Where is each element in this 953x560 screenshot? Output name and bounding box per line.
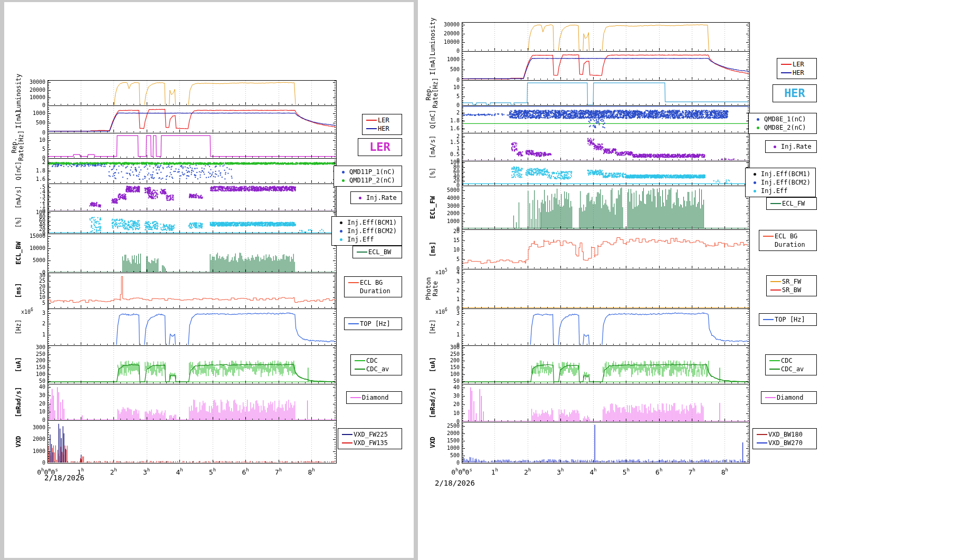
legend-label: QMD8E_2(nC) xyxy=(764,123,806,132)
legend-entry: ECL BG xyxy=(762,232,814,240)
legend-label: Inj.Eff xyxy=(761,187,788,195)
legend-line-marker-icon xyxy=(354,369,366,370)
legend-label: VXD_FW135 xyxy=(354,439,388,447)
legend-entry: ECL_FW xyxy=(769,199,814,208)
legend-line-marker-icon xyxy=(769,203,782,204)
legend-line-marker-icon xyxy=(354,360,366,361)
legend-label: Inj.Eff(BCM2) xyxy=(347,227,397,235)
legend-label: VXD_BW270 xyxy=(768,439,803,447)
legend-vxd-ler: VXD_FW225VXD_FW135 xyxy=(338,428,402,449)
date-label-ler: 2/18/2026 xyxy=(44,474,84,482)
legend-entry: QMD8E_2(nC) xyxy=(751,123,814,132)
legend-entry: LER xyxy=(365,116,399,124)
legend-label: VXD_FW225 xyxy=(354,430,388,439)
legend-entry: Diamond xyxy=(349,393,399,402)
legend-diamond-ler: Diamond xyxy=(346,391,402,404)
legend-ring-label-ler: LER xyxy=(358,138,402,156)
legend-line-marker-icon xyxy=(756,442,768,443)
legend-entry: QMD11P_2(nC) xyxy=(337,176,399,185)
legend-line-marker-icon xyxy=(769,281,782,282)
legend-dot-marker-icon xyxy=(748,173,761,176)
legend-inj-rate-ler: Inj.Rate xyxy=(350,191,402,204)
her-panel-chart-canvas xyxy=(415,0,953,560)
legend-label: ECL BG xyxy=(360,278,383,287)
legend-label: Inj.Eff(BCM1) xyxy=(761,170,811,178)
legend-label: HER xyxy=(378,124,389,133)
legend-dot-marker-icon xyxy=(768,146,781,148)
legend-entry: ECL_BW xyxy=(356,248,399,256)
legend-label: Inj.Rate xyxy=(366,194,397,202)
legend-entry: VXD_FW135 xyxy=(341,439,399,447)
legend-charge-monitors-ler: QMD11P_1(nC)QMD11P_2(nC) xyxy=(333,166,402,187)
legend-line-marker-icon xyxy=(769,289,782,291)
legend-label: ECL BG xyxy=(775,232,797,240)
legend-dot-marker-icon xyxy=(751,127,764,129)
legend-label: QMD8E_1(nC) xyxy=(764,115,806,123)
legend-dot-marker-icon xyxy=(748,181,761,184)
legend-line-marker-icon xyxy=(365,120,378,121)
legend-label: Inj.Eff(BCM1) xyxy=(347,218,397,227)
legend-dot-marker-icon xyxy=(751,118,764,121)
legend-dot-marker-icon xyxy=(335,221,347,224)
legend-line-marker-icon xyxy=(349,397,362,398)
legend-dot-marker-icon xyxy=(335,238,347,241)
legend-entry: VXD_BW270 xyxy=(756,439,814,447)
legend-entry: Inj.Eff(BCM1) xyxy=(335,218,399,227)
legend-beam-currents-ler: LERHER xyxy=(362,114,402,135)
legend-label: CDC xyxy=(366,356,378,365)
legend-ring-label-her: HER xyxy=(773,84,817,102)
legend-line-marker-icon xyxy=(347,323,360,324)
legend-label: Inj.Eff(BCM2) xyxy=(761,178,811,187)
legend-entry: Inj.Eff xyxy=(335,235,399,244)
legend-label: ECL_FW xyxy=(782,199,805,208)
legend-dot-marker-icon xyxy=(748,190,761,192)
legend-entry: LER xyxy=(780,60,814,69)
legend-beam-currents-her: LERHER xyxy=(777,58,817,79)
legend-entry: TOP [Hz] xyxy=(762,315,814,324)
legend-label: QMD11P_2(nC) xyxy=(349,176,395,185)
legend-label: LER xyxy=(793,60,804,69)
date-label-her: 2/18/2026 xyxy=(435,479,475,487)
legend-entry: ECL BG xyxy=(347,278,399,287)
legend-label: TOP [Hz] xyxy=(360,320,390,328)
legend-line-marker-icon xyxy=(341,434,354,435)
legend-dot-marker-icon xyxy=(354,197,366,199)
legend-dot-marker-icon xyxy=(335,230,347,233)
legend-ecl-bg-her: ECL BGDuration xyxy=(759,230,817,251)
legend-entry: Inj.Eff(BCM1) xyxy=(748,170,813,178)
legend-entry: CDC xyxy=(354,356,399,365)
legend-label: LER xyxy=(378,116,389,124)
legend-entry: VXD_FW225 xyxy=(341,430,399,439)
legend-entry: Inj.Rate xyxy=(354,194,399,202)
legend-label: SR_BW xyxy=(782,286,801,294)
legend-line-marker-icon xyxy=(756,434,768,435)
legend-label: Inj.Eff xyxy=(347,235,374,244)
legend-label: VXD_BW180 xyxy=(768,430,803,439)
legend-entry: QMD8E_1(nC) xyxy=(751,115,814,123)
legend-vxd-her: VXD_BW180VXD_BW270 xyxy=(752,428,817,449)
legend-label: Diamond xyxy=(777,393,804,402)
legend-entry: CDC xyxy=(768,356,814,365)
legend-label: Duration xyxy=(775,240,805,249)
legend-label: CDC_av xyxy=(781,365,804,373)
legend-label: QMD11P_1(nC) xyxy=(349,168,395,176)
legend-entry: Inj.Eff xyxy=(748,187,813,195)
legend-entry: Inj.Eff(BCM2) xyxy=(748,178,813,187)
legend-line-marker-icon xyxy=(356,252,368,253)
legend-top-ler: TOP [Hz] xyxy=(344,317,402,330)
legend-dot-marker-icon xyxy=(337,179,349,182)
legend-entry: SR_BW xyxy=(769,286,814,294)
legend-entry: TOP [Hz] xyxy=(347,320,399,328)
legend-entry: Duration xyxy=(347,287,399,295)
legend-ecl-her: ECL_FW xyxy=(766,197,817,210)
legend-line-marker-icon xyxy=(365,128,378,129)
legend-diamond-her: Diamond xyxy=(761,391,817,404)
legend-entry: SR_FW xyxy=(769,277,814,286)
legend-inj-eff-ler: Inj.Eff(BCM1)Inj.Eff(BCM2)Inj.Eff xyxy=(331,216,402,246)
legend-line-marker-icon xyxy=(341,442,354,443)
legend-line-marker-icon xyxy=(764,397,777,398)
legend-line-marker-icon xyxy=(780,64,793,65)
legend-line-marker-icon xyxy=(762,319,775,320)
legend-entry: Diamond xyxy=(764,393,814,402)
legend-ecl-ler: ECL_BW xyxy=(352,246,402,258)
